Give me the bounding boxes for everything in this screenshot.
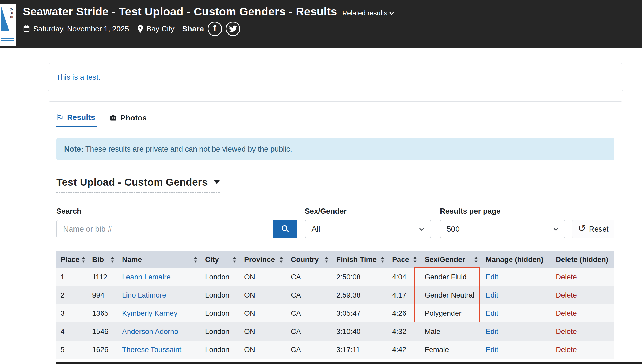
table-header-row: Place Bib Name City Province Country Fin… [56,251,614,268]
edit-link[interactable]: Edit [486,273,498,281]
delete-link[interactable]: Delete [556,273,577,281]
gender-label: Sex/Gender [305,207,431,215]
pace-cell: 4:17 [388,286,420,304]
column-header-place[interactable]: Place [56,251,88,268]
table-row: 4 1546 Anderson Adorno London ON CA 3:10… [56,322,614,341]
flag-icon [56,114,64,121]
page-title: Seawater Stride - Test Upload - Custom G… [23,5,337,18]
delete-cell: Delete [552,268,614,286]
private-results-alert: Note: These results are private and can … [56,138,614,160]
description-link[interactable]: This is a test. [56,73,101,81]
reset-button[interactable]: ↺ Reset [572,220,614,238]
page: ARE Seawater Stride - Test Upload - Cust… [0,0,642,364]
twitter-share-button[interactable] [226,22,240,36]
column-header-gender[interactable]: Sex/Gender [420,251,482,268]
sort-icon [279,257,283,263]
column-header-city[interactable]: City [201,251,240,268]
participant-link[interactable]: Kymberly Karney [122,309,177,317]
next-row-partial [56,362,642,364]
city-cell: London [201,322,240,341]
province-cell: ON [240,341,287,359]
section-head: Test Upload - Custom Genders [56,177,614,193]
participant-link[interactable]: Anderson Adorno [122,327,178,335]
search-input[interactable] [56,220,273,238]
city-cell: London [201,341,240,359]
column-header-province[interactable]: Province [240,251,287,268]
column-header-delete: Delete (hidden) [552,251,614,268]
table-row: 2 994 Lino Latimore London ON CA 2:59:38… [56,286,614,304]
chevron-down-icon [553,226,558,231]
facebook-share-button[interactable]: f [208,22,222,36]
tab-results[interactable]: Results [56,112,97,127]
bib-cell: 1365 [88,304,118,322]
edit-link[interactable]: Edit [486,327,498,335]
sort-icon [474,257,478,263]
per-page-label: Results per page [440,207,565,215]
finish-time-cell: 3:05:47 [332,304,388,322]
column-header-finish-time[interactable]: Finish Time [332,251,388,268]
column-header-pace[interactable]: Pace [388,251,420,268]
results-table: Place Bib Name City Province Country Fin… [56,251,614,359]
reset-label: Reset [589,225,609,233]
logo-text: ARE [10,8,14,19]
tab-bar: Results Photos [56,112,614,127]
participant-link[interactable]: Lino Latimore [122,291,166,299]
city-cell: London [201,268,240,286]
column-header-name[interactable]: Name [118,251,201,268]
manage-cell: Edit [482,322,552,341]
filters-row: Search Sex/Gender All [56,207,614,238]
place-cell: 2 [56,286,88,304]
bib-cell: 1546 [88,322,118,341]
search-icon [281,225,289,234]
sort-icon [194,257,197,263]
gender-filter-group: Sex/Gender All [305,207,431,238]
name-cell: Therese Toussaint [118,341,201,359]
bib-cell: 1626 [88,341,118,359]
event-selector-dropdown[interactable]: Test Upload - Custom Genders [56,177,220,193]
participant-link[interactable]: Therese Toussaint [122,346,181,354]
sort-icon [233,257,236,263]
manage-cell: Edit [482,341,552,359]
delete-link[interactable]: Delete [556,327,577,335]
column-label: Country [291,255,319,264]
participant-link[interactable]: Leann Lemaire [122,273,171,281]
gender-cell: Female [420,341,482,359]
city-cell: London [201,304,240,322]
place-cell: 3 [56,304,88,322]
delete-link[interactable]: Delete [556,309,577,317]
column-header-country[interactable]: Country [287,251,332,268]
gender-select[interactable]: All [305,220,431,238]
search-button[interactable] [273,220,297,238]
sort-icon [82,257,85,263]
province-cell: ON [240,268,287,286]
gender-cell: Male [420,322,482,341]
country-cell: CA [287,268,332,286]
race-logo: ARE [0,4,16,46]
delete-cell: Delete [552,341,614,359]
related-results-dropdown[interactable]: Related results [342,9,393,17]
delete-link[interactable]: Delete [556,346,577,354]
tab-photos[interactable]: Photos [110,112,149,127]
per-page-select[interactable]: 500 [440,220,565,238]
column-header-bib[interactable]: Bib [88,251,118,268]
column-label: Delete (hidden) [556,255,608,264]
delete-link[interactable]: Delete [556,291,577,299]
place-cell: 5 [56,341,88,359]
description-box: This is a test. [48,63,623,91]
tab-results-label: Results [67,113,95,122]
chevron-down-icon [419,226,424,231]
related-results-label: Related results [342,9,387,17]
name-cell: Kymberly Karney [118,304,201,322]
edit-link[interactable]: Edit [486,346,498,354]
edit-link[interactable]: Edit [486,309,498,317]
edit-link[interactable]: Edit [486,291,498,299]
logo-waves-graphic [1,38,14,43]
province-cell: ON [240,322,287,341]
caret-down-icon [214,180,220,184]
manage-cell: Edit [482,268,552,286]
search-label: Search [56,207,297,215]
twitter-icon [229,25,237,33]
table-row: 5 1626 Therese Toussaint London ON CA 3:… [56,341,614,359]
finish-time-cell: 3:17:11 [332,341,388,359]
pace-cell: 4:04 [388,268,420,286]
